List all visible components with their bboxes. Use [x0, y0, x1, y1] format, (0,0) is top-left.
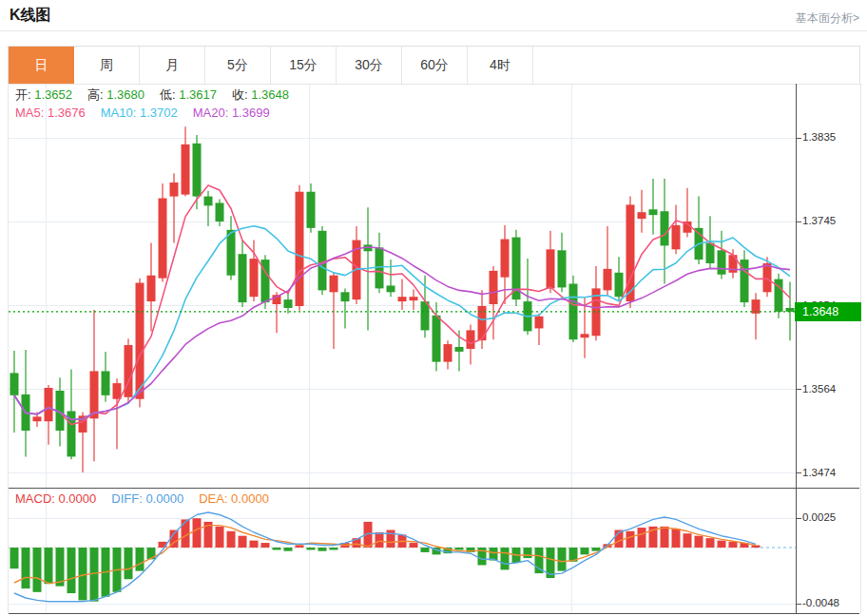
ohlc-close-item: 收: 1.3648 [232, 87, 289, 102]
ohlc-legend: 开: 1.3652高: 1.3680低: 1.3617收: 1.3648 [15, 87, 304, 104]
macd-diff-item: DIFF: 0.0000 [111, 491, 183, 506]
chart-area[interactable] [8, 84, 861, 613]
macd-legend: MACD: 0.0000DIFF: 0.0000DEA: 0.0000 [15, 491, 284, 506]
ohlc-open-item: 开: 1.3652 [15, 87, 72, 102]
ma-legend: MA5: 1.3676MA10: 1.3702MA20: 1.3699 [15, 106, 285, 120]
candlestick-series [10, 126, 795, 472]
macd-macd-item: MACD: 0.0000 [15, 491, 96, 506]
ma-ma5-item: MA5: 1.3676 [15, 106, 86, 120]
ohlc-high-item: 高: 1.3680 [87, 87, 144, 102]
price-axis-label: 1.3474 [802, 467, 863, 478]
macd-axis-label: 0.0025 [802, 511, 863, 523]
ohlc-low-item: 低: 1.3617 [160, 87, 217, 102]
current-price-tag: 1.3648 [795, 302, 861, 321]
ma-ma20-item: MA20: 1.3699 [193, 106, 270, 120]
price-axis-label: 1.3745 [802, 215, 863, 226]
ma-ma10-item: MA10: 1.3702 [101, 106, 178, 120]
macd-axis-label: -0.0048 [802, 597, 863, 608]
price-axis-label: 1.3564 [802, 383, 863, 395]
price-axis-label: 1.3835 [802, 131, 863, 143]
macd-dea-item: DEA: 0.0000 [199, 491, 269, 506]
